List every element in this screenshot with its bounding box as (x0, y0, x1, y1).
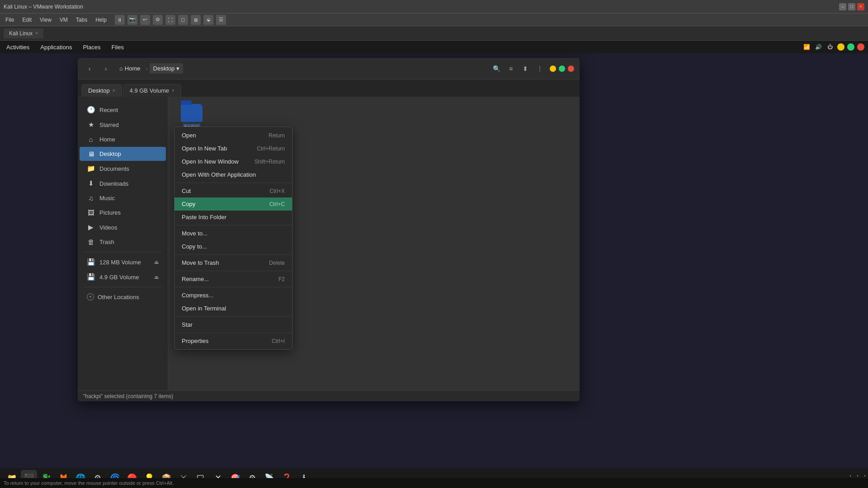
topbar-network-icon[interactable]: 📶 (802, 42, 811, 52)
topbar-files[interactable]: Files (108, 43, 126, 52)
sidebar-item-recent[interactable]: 🕐 Recent (80, 103, 166, 117)
ctx-move-to[interactable]: Move to... (175, 227, 292, 240)
vmware-menu-vm[interactable]: VM (56, 16, 71, 24)
ctx-open-terminal[interactable]: Open in Terminal (175, 302, 292, 315)
sidebar-item-downloads[interactable]: ⬇ Downloads (80, 176, 166, 191)
ctx-open[interactable]: Open Return (175, 129, 292, 142)
kali-topbar-left: Activities Applications Places Files (4, 43, 127, 52)
sidebar-item-trash[interactable]: 🗑 Trash (80, 235, 166, 249)
ctx-copy-to[interactable]: Copy to... (175, 240, 292, 253)
vmware-toolbar-extra[interactable]: ☰ (216, 15, 226, 25)
ctx-star[interactable]: Star (175, 318, 292, 331)
sidebar-item-home[interactable]: ⌂ Home (80, 132, 166, 146)
topbar-activities[interactable]: Activities (4, 43, 32, 52)
vmware-toolbar-fullscreen[interactable]: ⛶ (165, 15, 175, 25)
vmware-menu-help[interactable]: Help (92, 16, 110, 24)
vmware-minimize-btn[interactable]: – (839, 3, 846, 10)
topbar-applications[interactable]: Applications (38, 43, 75, 52)
fm-tab-volume[interactable]: 4.9 GB Volume × (123, 84, 181, 97)
ctx-sep-7 (175, 333, 292, 333)
ctx-open-new-tab-label: Open In New Tab (182, 145, 227, 152)
topbar-indicator-2[interactable] (847, 43, 854, 51)
vmware-toolbar-settings[interactable]: ⚙ (153, 15, 163, 25)
volume-128-icon: 💾 (87, 258, 95, 266)
topbar-power-icon[interactable]: ⏻ (826, 42, 835, 52)
topbar-places[interactable]: Places (80, 43, 103, 52)
fm-tab-desktop[interactable]: Desktop × (81, 84, 122, 97)
fm-statusbar: "hackpi" selected (containing 7 items) (78, 390, 580, 401)
vmware-toolbar-revert[interactable]: ↩ (140, 15, 150, 25)
sidebar-item-pictures[interactable]: 🖼 Pictures (80, 206, 166, 220)
fm-home-label: Home (125, 65, 141, 72)
vmware-toolbar-usb[interactable]: ⬙ (203, 15, 213, 25)
ctx-properties[interactable]: Properties Ctrl+I (175, 334, 292, 347)
fm-home-btn[interactable]: ⌂ Home (116, 63, 144, 74)
vmware-menu-edit[interactable]: Edit (19, 16, 35, 24)
ctx-open-other-app-label: Open With Other Application (182, 171, 256, 178)
sidebar-item-desktop[interactable]: 🖥 Desktop (80, 147, 166, 161)
ctx-rename[interactable]: Rename... F2 (175, 272, 292, 286)
sidebar-item-desktop-label: Desktop (99, 150, 121, 157)
fm-body: 🕐 Recent ★ Starred ⌂ Home 🖥 Desktop (78, 97, 580, 390)
volume-49-eject[interactable]: ⏏ (154, 274, 159, 280)
topbar-indicator-3[interactable] (857, 43, 864, 51)
sidebar-volume-128[interactable]: 💾 128 MB Volume ⏏ (80, 255, 166, 269)
fm-list-view-btn[interactable]: ≡ (505, 62, 517, 75)
fm-back-btn[interactable]: ‹ (83, 62, 96, 75)
sidebar-divider-1 (83, 252, 162, 252)
fm-menu-btn[interactable]: ⋮ (533, 62, 546, 75)
ctx-open-new-tab[interactable]: Open In New Tab Ctrl+Return (175, 142, 292, 155)
fm-location-btn[interactable]: Desktop ▾ (150, 63, 184, 74)
fm-maximize-btn[interactable] (559, 66, 565, 72)
ctx-open-shortcut: Return (269, 132, 285, 139)
pictures-icon: 🖼 (87, 209, 95, 216)
vmware-tab-label: Kali Linux (9, 30, 33, 37)
sidebar-item-music-label: Music (99, 195, 115, 202)
vmware-tab-close[interactable]: × (35, 31, 38, 36)
ctx-move-to-trash[interactable]: Move to Trash Delete (175, 256, 292, 269)
volume-128-eject[interactable]: ⏏ (154, 259, 159, 265)
ctx-compress[interactable]: Compress... (175, 289, 292, 302)
topbar-audio-icon[interactable]: 🔊 (814, 42, 823, 52)
ctx-cut[interactable]: Cut Ctrl+X (175, 184, 292, 197)
recent-icon: 🕐 (87, 106, 95, 114)
fm-sort-btn[interactable]: ⬍ (519, 62, 532, 75)
ctx-rename-label: Rename... (182, 276, 209, 282)
vmware-maximize-btn[interactable]: □ (848, 3, 855, 10)
ctx-open-other-app[interactable]: Open With Other Application (175, 168, 292, 181)
fm-tabs: Desktop × 4.9 GB Volume × (78, 80, 580, 97)
ctx-copy[interactable]: Copy Ctrl+C (175, 197, 292, 211)
vmware-toolbar-snap[interactable]: 📷 (127, 15, 137, 25)
vmware-menu-tabs[interactable]: Tabs (72, 16, 91, 24)
sidebar-volume-49[interactable]: 💾 4.9 GB Volume ⏏ (80, 270, 166, 284)
vmware-toolbar-pause[interactable]: ⏸ (115, 15, 125, 25)
sidebar-item-music[interactable]: ♫ Music (80, 191, 166, 205)
fm-search-btn[interactable]: 🔍 (490, 62, 503, 75)
sidebar-divider-2 (83, 287, 162, 287)
starred-icon: ★ (87, 121, 95, 129)
kali-topbar-right: 📶 🔊 ⏻ (802, 42, 864, 52)
fm-close-btn[interactable] (568, 66, 574, 72)
vmware-menu-file[interactable]: File (2, 16, 18, 24)
vmware-toolbar-display[interactable]: 🖥 (191, 15, 201, 25)
vmware-menu-view[interactable]: View (36, 16, 55, 24)
fm-location-sep: › (146, 66, 148, 72)
vmware-tab-kali[interactable]: Kali Linux × (4, 28, 43, 38)
fm-forward-btn[interactable]: › (99, 62, 112, 75)
vmware-toolbar-unity[interactable]: ◻ (178, 15, 188, 25)
sidebar-other-locations[interactable]: + Other Locations (80, 290, 166, 304)
ctx-sep-3 (175, 254, 292, 255)
ctx-paste-into-folder[interactable]: Paste Into Folder (175, 211, 292, 224)
vmware-close-btn[interactable]: × (857, 3, 864, 10)
ctx-open-new-window-shortcut: Shift+Return (255, 159, 285, 165)
file-manager-window: ‹ › ⌂ Home › Desktop ▾ 🔍 ≡ ⬍ (78, 58, 580, 401)
sidebar-item-starred[interactable]: ★ Starred (80, 117, 166, 132)
ctx-open-new-window[interactable]: Open In New Window Shift+Return (175, 155, 292, 168)
topbar-indicator-1[interactable] (837, 43, 844, 51)
fm-minimize-btn[interactable] (550, 66, 556, 72)
sidebar-item-videos[interactable]: ▶ Videos (80, 220, 166, 235)
ctx-sep-2 (175, 225, 292, 225)
sidebar-item-documents[interactable]: 📁 Documents (80, 161, 166, 176)
fm-tab-volume-close[interactable]: × (172, 88, 175, 93)
fm-tab-desktop-close[interactable]: × (113, 88, 115, 93)
